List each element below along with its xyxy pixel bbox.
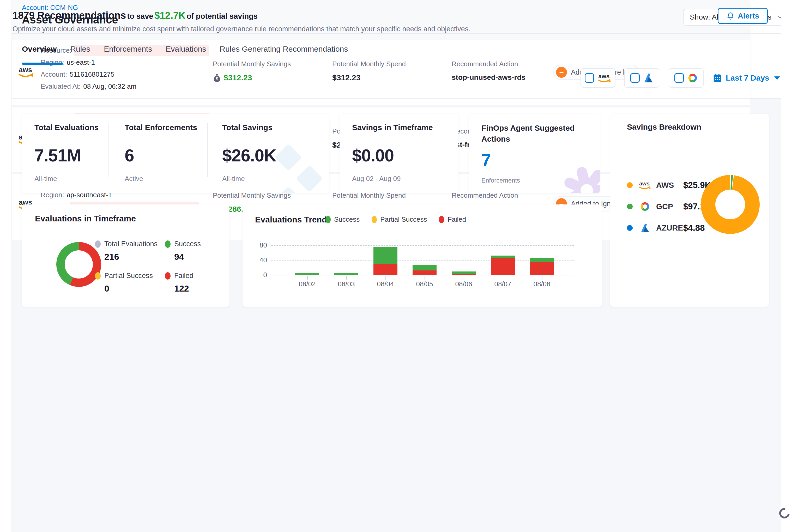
minus-circle-icon: –	[556, 67, 567, 78]
azure-legend-label: AZURE	[656, 224, 683, 232]
savings-value: $312.23	[224, 73, 252, 82]
evaluations-trend-card: Evaluations Trend Success Partial Succes…	[243, 205, 602, 307]
partial-success-label: Partial Success	[104, 272, 153, 280]
stat-sub-total-evaluations: All-time	[34, 175, 99, 183]
watermark-diamond	[275, 187, 302, 193]
aws-icon	[18, 66, 34, 79]
action-column-label: Recommended Action	[452, 60, 526, 68]
stat-sub-total-enforcements: Active	[125, 175, 197, 183]
aws-filter-checkbox[interactable]	[585, 73, 594, 83]
savings-breakdown-card: Savings Breakdown AWS $25.9K GCP $97.19 …	[610, 114, 769, 307]
evaluated-at-value: 08 Aug, 06:32 am	[83, 82, 136, 90]
stat-divider	[207, 123, 208, 177]
evaluations-trend-legend: Success Partial Success Failed	[325, 215, 466, 224]
trend-failed-label: Failed	[448, 215, 466, 224]
azure-filter-checkbox[interactable]	[630, 73, 640, 83]
success-value: 94	[174, 252, 201, 262]
legend-partial-success: Partial Success 0	[95, 272, 153, 293]
alerts-button-label: Alerts	[738, 12, 759, 20]
account-label: Account:	[41, 71, 67, 78]
tab-rules-generating-recommendations[interactable]: Rules Generating Recommendations	[220, 44, 348, 54]
watermark-diamond	[296, 165, 323, 192]
right-rail	[781, 0, 798, 532]
account-breadcrumb-link[interactable]: Account: CCM-NG	[22, 4, 78, 12]
aws-filter-chip[interactable]	[581, 68, 615, 88]
stat-divider	[108, 123, 109, 177]
evaluations-timeframe-title: Evaluations in Timeframe	[35, 214, 136, 224]
aws-icon	[639, 180, 651, 190]
partial-success-value: 0	[104, 283, 153, 293]
bell-icon	[726, 12, 735, 20]
stat-sub-total-savings: All-time	[222, 175, 276, 183]
savings-legend-gcp: GCP $97.19	[627, 200, 709, 213]
filter-divider	[12, 98, 781, 99]
stat-value-total-savings: $26.0K	[222, 146, 276, 165]
stat-title-total-savings: Total Savings	[222, 123, 276, 132]
tab-rules[interactable]: Rules	[70, 44, 90, 54]
stat-title-savings-timeframe: Savings in Timeframe	[352, 123, 433, 132]
account-value: 511616801275	[70, 71, 114, 78]
stat-title-total-enforcements: Total Enforcements	[125, 123, 197, 132]
spend-value: $312.23	[332, 73, 406, 82]
tab-evaluations[interactable]: Evaluations	[166, 44, 206, 54]
stat-value-total-enforcements: 6	[125, 146, 197, 165]
header-divider	[12, 33, 781, 34]
total-evaluations-label: Total Evaluations	[104, 240, 157, 248]
stat-sub-finops-actions: Enforcements	[481, 177, 583, 184]
stat-sub-savings-timeframe: Aug 02 - Aug 09	[352, 175, 433, 183]
success-dot	[165, 241, 171, 248]
savings-breakdown-title: Savings Breakdown	[627, 122, 701, 131]
stat-value-savings-timeframe: $0.00	[352, 146, 433, 165]
calendar-icon	[712, 73, 722, 83]
savings-breakdown-donut-chart	[699, 173, 761, 236]
aws-icon	[597, 73, 611, 83]
trend-failed-dot	[439, 216, 444, 223]
recommendations-subtitle: Optimize your cloud assets and minimize …	[13, 25, 471, 33]
finops-agent-card: FinOps Agent Suggested Actions 7 Enforce…	[469, 114, 600, 193]
failed-dot	[165, 272, 171, 280]
tab-overview[interactable]: Overview	[22, 44, 57, 54]
azure-filter-chip[interactable]	[624, 68, 659, 88]
legend-success: Success 94	[165, 240, 201, 262]
trend-partial-success-dot	[372, 216, 377, 223]
total-evaluations-dot	[95, 241, 101, 248]
total-evaluations-value: 216	[104, 252, 157, 262]
alerts-button[interactable]: Alerts	[718, 8, 768, 24]
recommendations-save-suffix: of potential savings	[187, 12, 258, 20]
evaluations-trend-title: Evaluations Trend	[255, 215, 327, 225]
azure-icon	[643, 73, 653, 83]
legend-total-evaluations: Total Evaluations 216	[95, 240, 157, 262]
left-nav-rail	[0, 0, 12, 532]
row-separator	[0, 106, 750, 108]
stat-value-finops-actions: 7	[481, 150, 583, 170]
watermark-diamond	[275, 144, 302, 171]
azure-icon	[639, 223, 651, 233]
legend-failed: Failed 122	[165, 272, 193, 293]
date-range-label: Last 7 Days	[726, 74, 769, 82]
trend-success-dot	[325, 216, 331, 223]
gcp-legend-dot	[627, 204, 633, 209]
totals-card: Total Evaluations 7.51M All-time Total E…	[22, 114, 329, 193]
azure-legend-dot	[627, 225, 633, 231]
gcp-legend-label: GCP	[656, 202, 683, 211]
date-range-picker[interactable]: Last 7 Days	[712, 68, 780, 88]
active-tab-underline	[22, 62, 63, 65]
evaluations-in-timeframe-card: Evaluations in Timeframe Total Evaluatio…	[22, 205, 229, 307]
page-title: Asset Governance	[22, 14, 118, 26]
recommendations-save-amount: $12.7K	[154, 10, 185, 21]
tabbar-divider	[12, 65, 781, 65]
stat-title-total-evaluations: Total Evaluations	[34, 123, 99, 132]
trend-success-label: Success	[334, 215, 360, 224]
success-label: Success	[174, 240, 201, 248]
gcp-filter-checkbox[interactable]	[674, 73, 684, 83]
tab-enforcements[interactable]: Enforcements	[104, 44, 152, 54]
money-bag-icon	[213, 73, 221, 82]
savings-legend-azure: AZURE $4.88	[627, 222, 705, 234]
evaluated-at-label: Evaluated At:	[41, 82, 81, 90]
aws-legend-label: AWS	[656, 181, 683, 190]
tab-bar: Overview Rules Enforcements Evaluations …	[22, 34, 348, 64]
gcp-filter-chip[interactable]	[669, 68, 704, 88]
trend-partial-success-label: Partial Success	[380, 215, 427, 224]
aws-legend-dot	[627, 182, 633, 188]
failed-value: 122	[174, 283, 193, 293]
